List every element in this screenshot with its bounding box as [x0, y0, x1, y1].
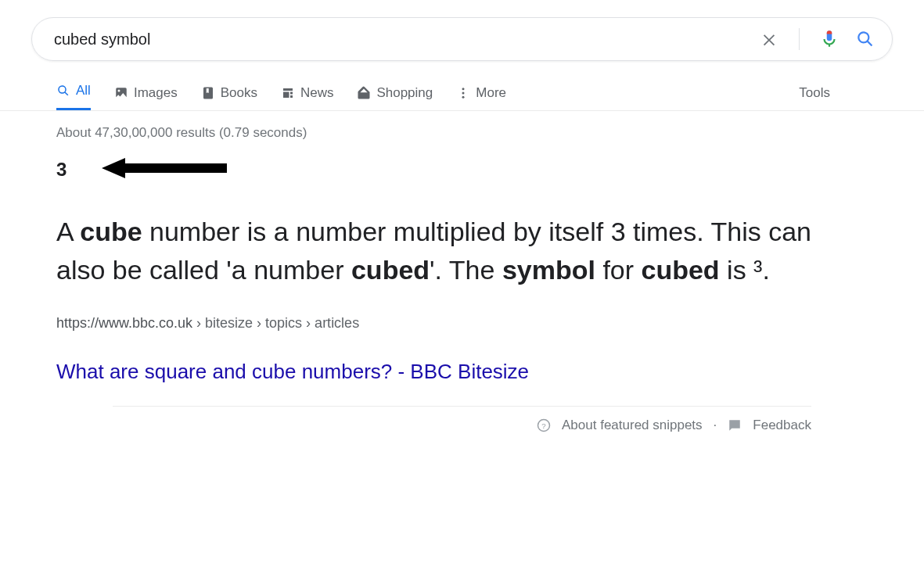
snippet-footer: ? About featured snippets · Feedback [113, 406, 811, 433]
search-input[interactable] [54, 30, 758, 48]
tabs-divider [0, 110, 924, 111]
result-title-link[interactable]: What are square and cube numbers? - BBC … [56, 360, 529, 384]
tab-news[interactable]: News [281, 85, 334, 110]
svg-text:?: ? [541, 421, 546, 429]
svg-point-1 [462, 92, 465, 95]
clear-icon[interactable] [758, 28, 780, 50]
divider [799, 28, 800, 50]
tab-images[interactable]: Images [114, 85, 178, 110]
snippet-frag: A [56, 217, 80, 246]
mic-icon[interactable] [818, 28, 840, 50]
search-bar-container [31, 17, 893, 61]
snippet-frag: for [595, 255, 642, 285]
snippet-bold: cubed [351, 255, 430, 285]
shopping-icon [357, 86, 371, 100]
tab-shopping-label: Shopping [376, 85, 433, 101]
snippet-bold: cubed [642, 255, 720, 285]
snippet-frag: '. The [430, 255, 502, 285]
arrow-left-icon [102, 158, 227, 181]
answer-heading-row: 3 [56, 158, 868, 181]
tab-books[interactable]: Books [201, 85, 257, 110]
snippet-bold: symbol [502, 255, 595, 285]
search-icon[interactable] [854, 28, 876, 50]
snippet-bold: cube [80, 217, 142, 246]
tab-shopping[interactable]: Shopping [357, 85, 433, 110]
result-stats: About 47,30,00,000 results (0.79 seconds… [56, 125, 924, 141]
tab-more-label: More [476, 85, 506, 101]
url-crumbs: › bitesize › topics › articles [192, 315, 359, 331]
search-small-icon [56, 84, 70, 98]
feedback-icon [728, 418, 742, 432]
tabs-row: All Images Books News Shopping More Tool… [56, 83, 924, 110]
search-bar [31, 17, 893, 61]
svg-point-0 [462, 88, 465, 90]
url-host: https://www.bbc.co.uk [56, 315, 192, 331]
separator-dot: · [714, 418, 717, 433]
news-icon [281, 86, 295, 100]
books-icon [201, 86, 215, 100]
tab-more[interactable]: More [456, 85, 506, 110]
snippet-frag: is ³. [720, 255, 770, 285]
tab-news-label: News [300, 85, 334, 101]
tab-books-label: Books [221, 85, 257, 101]
tab-all-label: All [76, 83, 91, 99]
result-url[interactable]: https://www.bbc.co.uk › bitesize › topic… [56, 315, 868, 332]
svg-marker-3 [102, 158, 227, 178]
images-icon [114, 86, 128, 100]
tab-images-label: Images [134, 85, 178, 101]
feedback-link[interactable]: Feedback [753, 418, 811, 433]
tab-all[interactable]: All [56, 83, 91, 110]
search-actions [758, 28, 876, 50]
about-snippets-link[interactable]: About featured snippets [562, 418, 703, 433]
answer-value: 3 [56, 159, 67, 181]
svg-point-2 [462, 96, 465, 99]
help-icon: ? [537, 418, 551, 432]
snippet-text: A cube number is a number multiplied by … [56, 213, 847, 290]
featured-snippet: 3 A cube number is a number multiplied b… [56, 158, 868, 433]
tools-button[interactable]: Tools [799, 85, 830, 110]
more-icon [456, 86, 470, 100]
